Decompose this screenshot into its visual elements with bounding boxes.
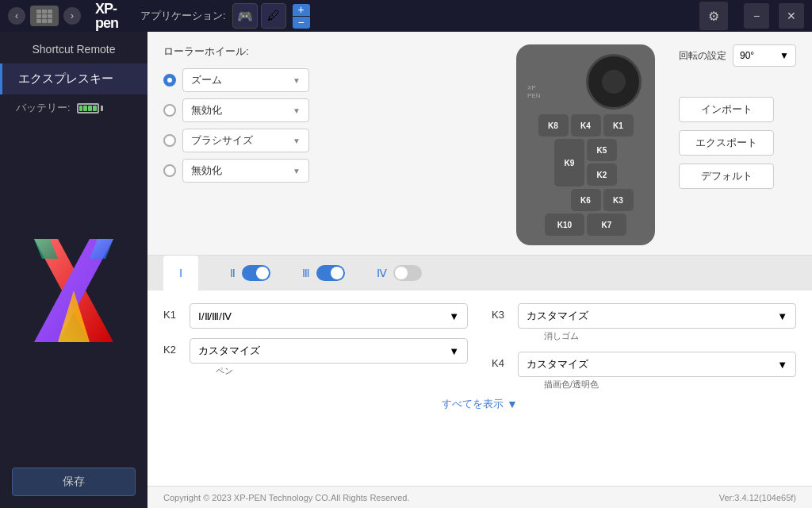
content-top: ローラーホイール: ズーム ▼ 無効化 ▼ [147, 32, 812, 255]
app-icon-1[interactable]: 🎮 [232, 3, 258, 29]
radio-zoom[interactable] [163, 74, 176, 87]
close-button[interactable]: ✕ [779, 3, 804, 29]
dropdown-zoom[interactable]: ズーム ▼ [182, 68, 309, 92]
k4-sub: 描画色/透明色 [544, 379, 796, 391]
rotation-value: 90° [740, 50, 754, 61]
dropdown-disable-2[interactable]: 無効化 ▼ [182, 159, 309, 183]
battery-icon [77, 103, 103, 114]
k3-value: カスタマイズ [527, 309, 588, 323]
dropdown-brush-value: ブラシサイズ [191, 133, 253, 148]
device-key-k5[interactable]: K5 [587, 139, 617, 161]
device-key-k9[interactable]: K9 [554, 139, 584, 187]
tab-1[interactable]: Ⅰ [163, 256, 198, 291]
k3-dropdown[interactable]: カスタマイズ ▼ [518, 303, 796, 329]
device-image: XPPEN K8 K4 K1 K9 K5 K2 [516, 44, 655, 245]
device-key-k2[interactable]: K2 [587, 164, 617, 186]
chevron-down-icon-3: ▼ [293, 137, 301, 145]
device-keys-row-3: K6 K3 [562, 189, 642, 211]
rotation-label: 回転の設定 [679, 49, 726, 63]
device-key-k8[interactable]: K8 [538, 114, 569, 137]
roller-option-4: 無効化 ▼ [163, 159, 492, 183]
k4-value: カスタマイズ [527, 357, 588, 371]
device-keys-grid: K8 K4 K1 K9 K5 K2 K6 [526, 114, 645, 236]
tab-4-label: Ⅳ [377, 267, 387, 279]
k2-label: K2 [163, 338, 183, 356]
k3-label: K3 [492, 303, 511, 321]
nav-forward-button[interactable]: › [63, 7, 81, 25]
export-button[interactable]: エクスポート [679, 130, 774, 156]
chevron-down-icon: ▼ [293, 76, 301, 85]
k1-row: K1 Ⅰ/Ⅱ/Ⅲ/Ⅳ ▼ [163, 303, 468, 329]
import-button[interactable]: インポート [679, 97, 774, 122]
main-layout: Shortcut Remote エクスプレスキー バッテリー: [0, 32, 812, 508]
app-section: アプリケーション: 🎮 🖊 + − [140, 3, 693, 29]
dropdown-zoom-value: ズーム [191, 73, 222, 87]
device-key-k1[interactable]: K1 [603, 114, 634, 137]
key-mapping-grid: K1 Ⅰ/Ⅱ/Ⅲ/Ⅳ ▼ K2 [163, 303, 796, 391]
key-mapping-left: K1 Ⅰ/Ⅱ/Ⅲ/Ⅳ ▼ K2 [163, 303, 468, 391]
app-icons: 🎮 🖊 [232, 3, 286, 29]
k2-dropdown[interactable]: カスタマイズ ▼ [190, 338, 468, 364]
roller-options: ズーム ▼ 無効化 ▼ ブラシサイズ [163, 68, 492, 183]
app-icon-2[interactable]: 🖊 [261, 3, 286, 29]
k1-chevron-icon: ▼ [449, 310, 459, 322]
tab-4-toggle[interactable] [393, 265, 422, 281]
tab-3-toggle[interactable] [316, 265, 345, 281]
tabs-row: Ⅰ Ⅱ Ⅲ Ⅳ [147, 256, 812, 291]
tab-4[interactable]: Ⅳ [377, 256, 422, 291]
show-all-chevron-icon: ▼ [507, 398, 518, 410]
save-button[interactable]: 保存 [12, 468, 136, 496]
settings-button[interactable]: ⚙ [699, 2, 728, 30]
device-brand: XPPEN [527, 84, 540, 101]
device-key-k6[interactable]: K6 [571, 189, 601, 211]
k2-value: カスタマイズ [198, 344, 260, 358]
tab-2-toggle[interactable] [242, 265, 270, 281]
minimize-button[interactable]: − [744, 3, 769, 29]
rotation-dropdown[interactable]: 90° ▼ [733, 44, 796, 67]
k1-dropdown[interactable]: Ⅰ/Ⅱ/Ⅲ/Ⅳ ▼ [190, 303, 468, 329]
tab-3[interactable]: Ⅲ [302, 256, 345, 291]
device-dial [586, 54, 642, 110]
nav-controls: ‹ › [8, 6, 81, 26]
default-button[interactable]: デフォルト [679, 164, 774, 189]
rotation-row: 回転の設定 90° ▼ [679, 44, 796, 67]
k3-sub: 消しゴム [544, 330, 796, 342]
sidebar-item-express-keys[interactable]: エクスプレスキー [0, 64, 147, 94]
device-key-k4[interactable]: K4 [571, 114, 601, 137]
k4-chevron-icon: ▼ [777, 359, 787, 371]
radio-disable-1[interactable] [163, 104, 176, 117]
device-key-k10[interactable]: K10 [545, 214, 584, 236]
k4-dropdown[interactable]: カスタマイズ ▼ [518, 352, 796, 377]
footer: Copyright © 2023 XP-PEN Technology CO.Al… [147, 486, 812, 508]
device-key-k7[interactable]: K7 [587, 214, 626, 236]
xppen-logo: XP-pen [95, 2, 118, 30]
device-key-k3[interactable]: K3 [603, 189, 634, 211]
roller-option-3: ブラシサイズ ▼ [163, 129, 492, 152]
show-all-row[interactable]: すべてを表示 ▼ [163, 397, 796, 411]
roller-option-1: ズーム ▼ [163, 68, 492, 92]
dropdown-brush[interactable]: ブラシサイズ ▼ [182, 129, 309, 152]
dropdown-disable-1[interactable]: 無効化 ▼ [182, 98, 309, 122]
device-keys-row-4: K10 K7 [530, 214, 642, 236]
sidebar-logo-area [0, 121, 147, 460]
nav-back-button[interactable]: ‹ [8, 7, 25, 25]
chevron-down-icon-4: ▼ [293, 167, 301, 175]
k3-chevron-icon: ▼ [777, 310, 787, 322]
tab-1-label: Ⅰ [179, 267, 182, 279]
dropdown-disable-1-value: 無効化 [191, 103, 222, 117]
sidebar-title: Shortcut Remote [32, 32, 115, 64]
sidebar: Shortcut Remote エクスプレスキー バッテリー: [0, 32, 147, 508]
k2-sub: ペン [216, 365, 468, 377]
device-thumbnail [30, 6, 59, 26]
plus-button[interactable]: + [293, 4, 310, 16]
minus-button[interactable]: − [293, 17, 310, 29]
radio-brush[interactable] [163, 134, 176, 147]
radio-disable-2[interactable] [163, 164, 176, 177]
roller-section: ローラーホイール: ズーム ▼ 無効化 ▼ [163, 44, 492, 245]
rotation-chevron-icon: ▼ [779, 50, 789, 61]
roller-option-2: 無効化 ▼ [163, 98, 492, 122]
k1-value: Ⅰ/Ⅱ/Ⅲ/Ⅳ [198, 310, 232, 322]
battery-label: バッテリー: [16, 101, 71, 115]
tab-2[interactable]: Ⅱ [230, 256, 270, 291]
chevron-down-icon-2: ▼ [293, 106, 301, 115]
